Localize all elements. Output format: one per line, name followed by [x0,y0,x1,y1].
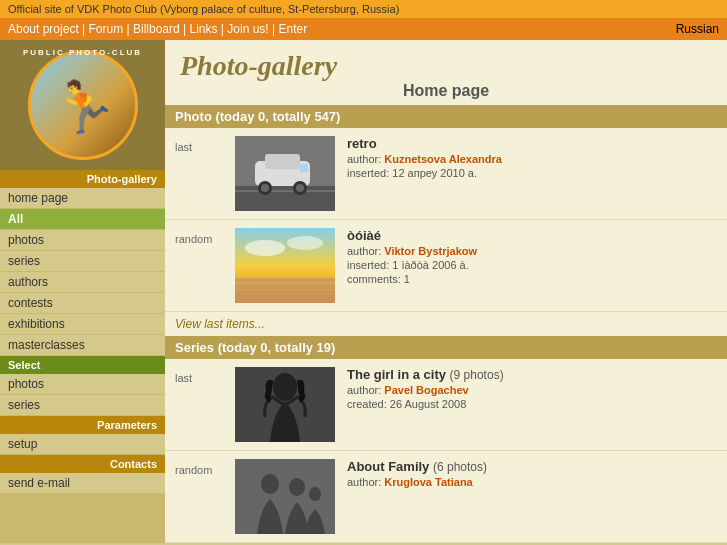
sidebar-link-exhibitions[interactable]: exhibitions [8,317,157,331]
photo-random-thumb[interactable] [235,228,335,303]
photo-last-thumb[interactable] [235,136,335,211]
page-title: Photo-gallery [180,50,712,82]
photo-random-row: random [165,220,727,312]
photo-random-comments-meta: comments: 1 [347,273,717,285]
sidebar-item-contests[interactable]: contests [0,293,165,314]
series-random-title-text: About Family [347,459,429,474]
photo-last-author-meta: author: Kuznetsova Alexandra [347,153,717,165]
series-random-title[interactable]: About Family (6 photos) [347,459,717,474]
top-bar: Official site of VDK Photo Club (Vyborg … [0,0,727,18]
nav-lang[interactable]: Russian [676,22,719,36]
sidebar-link-setup[interactable]: setup [8,437,157,451]
nav-billboard[interactable]: Billboard [133,22,180,36]
sidebar-link-homepage[interactable]: home page [8,191,157,205]
svg-point-11 [245,240,285,256]
photo-last-info: retro author: Kuznetsova Alexandra inser… [347,136,717,179]
retro-car-svg [235,136,335,211]
photo-last-author[interactable]: Kuznetsova Alexandra [384,153,502,165]
nav-about[interactable]: About project [8,22,79,36]
series-last-author[interactable]: Pavel Bogachev [384,384,468,396]
series-random-author[interactable]: Kruglova Tatiana [384,476,472,488]
photo-last-inserted-meta: inserted: 12 апреу 2010 а. [347,167,717,179]
photo-random-inserted-label: inserted: [347,259,389,271]
series-section: Series (today 0, totally 19) last [165,336,727,543]
sidebar-select-series[interactable]: series [0,395,165,416]
photo-last-author-label: author: [347,153,381,165]
photo-last-thumb-img [235,136,335,211]
series-random-photos-count: (6 photos) [433,460,487,474]
series-last-title[interactable]: The girl in a city (9 photos) [347,367,717,382]
photo-random-inserted-meta: inserted: 1 ìàðòà 2006 à. [347,259,717,271]
sidebar-link-photos[interactable]: photos [8,233,157,247]
series-random-thumb[interactable] [235,459,335,534]
view-last-link[interactable]: View last items... [165,312,727,336]
sidebar-item-masterclasses[interactable]: masterclasses [0,335,165,356]
sidebar-link-all[interactable]: All [8,212,157,226]
sidebar-link-sendemail[interactable]: send e-mail [8,476,157,490]
photo-random-title[interactable]: òóiàé [347,228,717,243]
sidebar-link-authors[interactable]: authors [8,275,157,289]
series-last-thumb[interactable] [235,367,335,442]
series-random-row: random [165,451,727,543]
sidebar-item-exhibitions[interactable]: exhibitions [0,314,165,335]
sidebar-link-contests[interactable]: contests [8,296,157,310]
sidebar-item-photos[interactable]: photos [0,230,165,251]
sidebar-select-link-series[interactable]: series [8,398,157,412]
family-svg [235,459,335,534]
sidebar-link-masterclasses[interactable]: masterclasses [8,338,157,352]
photo-last-inserted: 12 апреу 2010 а. [392,167,477,179]
photo-random-label: random [175,228,235,245]
photo-section-header: Photo (today 0, totally 547) [165,105,727,128]
nav-links[interactable]: Links [189,22,217,36]
photo-last-row: last [165,128,727,220]
sidebar-select-link-photos[interactable]: photos [8,377,157,391]
photo-random-thumb-img [235,228,335,303]
photo-last-inserted-label: inserted: [347,167,389,179]
nav-links: About project | Forum | Billboard | Link… [8,22,307,36]
svg-rect-4 [265,154,300,169]
photo-random-author-label: author: [347,245,381,257]
nav-enter[interactable]: Enter [278,22,307,36]
main-content: Photo-gallery Home page Photo (today 0, … [165,40,727,543]
photo-section: Photo (today 0, totally 547) last [165,105,727,336]
photo-last-title[interactable]: retro [347,136,717,151]
page-subtitle: Home page [180,82,712,100]
series-last-photos-count: (9 photos) [450,368,504,382]
series-last-author-label: author: [347,384,381,396]
series-last-title-text: The girl in a city [347,367,446,382]
sidebar-item-all[interactable]: All [0,209,165,230]
series-random-author-meta: author: Kruglova Tatiana [347,476,717,488]
top-bar-text: Official site of VDK Photo Club (Vyborg … [8,3,399,15]
sidebar-logo: 🏃 public photo-club [0,40,165,170]
sidebar-item-series[interactable]: series [0,251,165,272]
series-last-row: last [165,359,727,451]
series-random-thumb-img [235,459,335,534]
logo-text: public photo-club [0,48,165,57]
nav-join[interactable]: Join us! [227,22,268,36]
sidebar-select-photos[interactable]: photos [0,374,165,395]
series-last-created-meta: created: 26 August 2008 [347,398,717,410]
sidebar-item-homepage[interactable]: home page [0,188,165,209]
svg-rect-1 [235,186,335,211]
series-random-info: About Family (6 photos) author: Kruglova… [347,459,717,488]
series-last-author-meta: author: Pavel Bogachev [347,384,717,396]
sunset-svg [235,228,335,303]
svg-point-8 [296,184,304,192]
girl-svg [235,367,335,442]
sidebar-item-setup[interactable]: setup [0,434,165,455]
sidebar-item-sendemail[interactable]: send e-mail [0,473,165,494]
sidebar-select-header: Select [0,356,165,374]
sidebar-link-series[interactable]: series [8,254,157,268]
svg-rect-9 [300,164,308,172]
photo-random-author[interactable]: Viktor Bystrjakow [384,245,477,257]
photo-random-author-meta: author: Viktor Bystrjakow [347,245,717,257]
series-random-label: random [175,459,235,476]
sidebar-item-authors[interactable]: authors [0,272,165,293]
svg-point-20 [289,478,305,496]
photo-last-label: last [175,136,235,153]
series-last-thumb-img [235,367,335,442]
logo-figure: 🏃 [43,67,121,143]
series-last-label: last [175,367,235,384]
nav-forum[interactable]: Forum [89,22,124,36]
view-last-anchor[interactable]: View last items... [175,317,265,331]
